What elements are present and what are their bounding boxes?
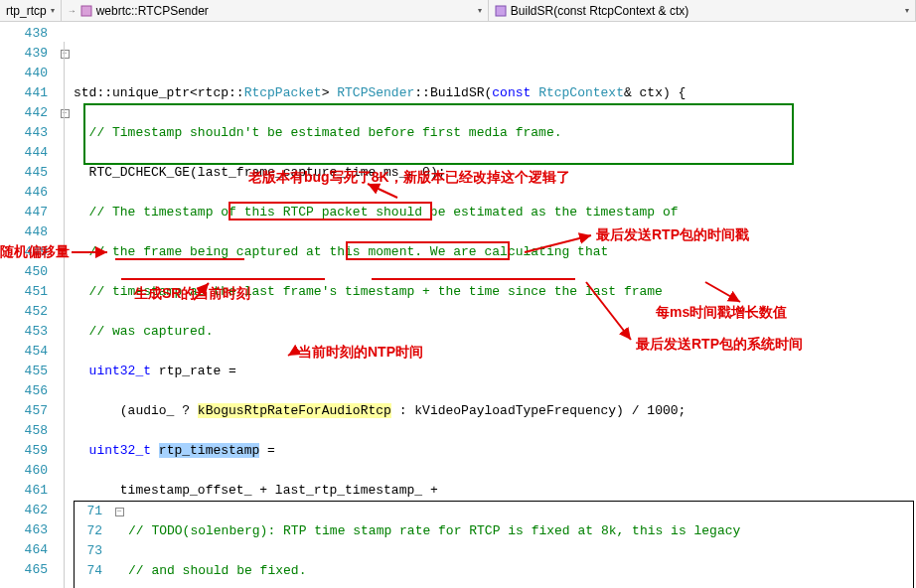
inset-gutter: 71727374	[75, 502, 110, 588]
fold-toggle[interactable]: −	[115, 508, 124, 516]
svg-rect-0	[81, 6, 91, 16]
chevron-down-icon: ▾	[478, 6, 482, 15]
function-label: BuildSR(const RtcpContext & ctx)	[511, 4, 688, 18]
scope-selector[interactable]: rtp_rtcp ▾	[0, 0, 62, 21]
class-label: webrtc::RTCPSender	[96, 4, 209, 18]
code-editor[interactable]: 4384394404414424434444454464474484494504…	[0, 22, 916, 588]
arrow-icon: →	[68, 6, 76, 16]
class-selector[interactable]: → webrtc::RTCPSender ▾	[62, 0, 489, 21]
fold-toggle[interactable]: −	[61, 109, 70, 118]
chevron-down-icon: ▾	[51, 6, 55, 15]
fold-gutter: − −	[56, 22, 74, 588]
function-selector[interactable]: BuildSR(const RtcpContext & ctx) ▾	[489, 0, 916, 21]
svg-rect-1	[496, 6, 506, 16]
inset-code-panel: 71727374 − // TODO(solenberg): RTP time …	[74, 501, 914, 588]
scope-label: rtp_rtcp	[6, 4, 47, 18]
chevron-down-icon: ▾	[905, 6, 909, 15]
inset-fold: −	[110, 502, 128, 588]
method-icon	[495, 5, 507, 17]
breadcrumb-toolbar: rtp_rtcp ▾ → webrtc::RTCPSender ▾ BuildS…	[0, 0, 916, 22]
annotation-underline	[372, 278, 575, 280]
fold-toggle[interactable]: −	[61, 50, 70, 59]
line-number-gutter: 4384394404414424434444454464474484494504…	[0, 22, 56, 588]
annotation-underline	[121, 278, 325, 280]
class-icon	[80, 5, 92, 17]
inset-code[interactable]: // TODO(solenberg): RTP time stamp rate …	[128, 502, 913, 588]
